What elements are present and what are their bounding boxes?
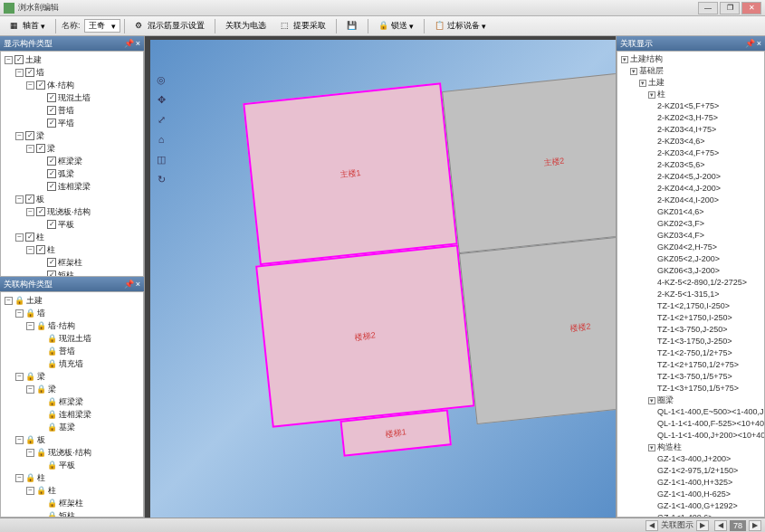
axis-button[interactable]: ▦ 轴首 ▾: [4, 17, 52, 34]
tree-label[interactable]: 墙·结构: [48, 319, 75, 332]
pan-tool[interactable]: ✥: [154, 92, 168, 107]
tree-label[interactable]: 框架柱: [58, 256, 82, 269]
rebar-display-button[interactable]: ⚙ 混示筋显示设置: [129, 17, 211, 34]
tree-twisty[interactable]: −: [5, 56, 13, 64]
status-page-next[interactable]: ▶: [749, 520, 761, 531]
display-tree[interactable]: −土建−墙−体·结构现混土墙普墙平墙−梁−梁框梁梁弧梁连相梁梁−板−现浇板·结构…: [1, 52, 143, 277]
tree-label[interactable]: 柱: [47, 243, 55, 256]
associate-select-button[interactable]: 关联为电选: [219, 17, 273, 34]
list-item-label[interactable]: QL-1-1<1-400,J+200><10+400,J+200>: [657, 431, 765, 440]
tree-label[interactable]: 墙: [36, 66, 44, 79]
tree-checkbox[interactable]: [47, 169, 56, 178]
tree-checkbox[interactable]: [36, 144, 45, 153]
tree-label[interactable]: 框梁梁: [59, 395, 83, 408]
tree-label[interactable]: 连相梁梁: [59, 408, 91, 421]
list-item-label[interactable]: TZ-1<2,1750,I-250>: [657, 301, 730, 310]
tree-label[interactable]: 梁: [48, 383, 56, 395]
tree-twisty[interactable]: ▾: [648, 444, 655, 451]
tree-twisty[interactable]: −: [15, 69, 24, 77]
list-item-label[interactable]: 2-KZ03<4,I+75>: [657, 125, 716, 134]
list-item-label[interactable]: GKZ05<2,J-200>: [657, 254, 720, 263]
tree-label[interactable]: 土建: [25, 53, 42, 66]
list-item-label[interactable]: 圈梁: [657, 395, 674, 404]
tree-checkbox[interactable]: [25, 131, 34, 140]
slab-main1[interactable]: 主楼1: [243, 82, 458, 265]
tree-checkbox[interactable]: [47, 182, 56, 191]
tree-label[interactable]: 梁: [37, 370, 45, 383]
pin-icon[interactable]: 📌: [124, 39, 134, 48]
tree-label[interactable]: 墙: [37, 307, 45, 319]
tree-twisty[interactable]: −: [26, 385, 34, 394]
tree-label[interactable]: 梁: [47, 142, 55, 155]
tree-checkbox[interactable]: [47, 93, 56, 102]
list-item-label[interactable]: 2-KZ03<4,F+75>: [657, 148, 719, 157]
list-item-label[interactable]: GZ-1<1-400,H+325>: [657, 478, 732, 487]
tree-twisty[interactable]: −: [26, 81, 34, 90]
tree-checkbox[interactable]: [36, 245, 45, 254]
tree-label[interactable]: 框梁梁: [58, 155, 82, 167]
list-item-label[interactable]: GZ-1<1-400,G+1292>: [657, 501, 738, 510]
tree-label[interactable]: 板: [36, 193, 44, 205]
minimize-button[interactable]: —: [698, 2, 718, 14]
tree-twisty[interactable]: ▾: [621, 56, 628, 63]
panel-close-icon[interactable]: ×: [136, 280, 140, 289]
tree-label[interactable]: 矩柱: [59, 509, 75, 518]
tree-checkbox[interactable]: [47, 271, 56, 277]
tree-checkbox[interactable]: [36, 81, 45, 90]
tree-label[interactable]: 普墙: [59, 345, 75, 357]
tree-label[interactable]: 板: [37, 433, 45, 446]
tree-twisty[interactable]: −: [26, 145, 34, 153]
slab-main2[interactable]: 主楼2: [442, 70, 616, 253]
slab-stair2b[interactable]: 楼楼2: [459, 230, 616, 424]
orbit-tool[interactable]: ◎: [154, 72, 168, 87]
tree-label[interactable]: 梁: [36, 129, 44, 142]
list-item-label[interactable]: GKZ01<4,6>: [657, 207, 704, 216]
tree-label[interactable]: 柱: [37, 471, 45, 484]
fit-tool[interactable]: ⌂: [154, 132, 168, 147]
tree-twisty[interactable]: −: [15, 132, 24, 140]
list-item-label[interactable]: QL-1<1-400,E~500><1-400,J+100>: [657, 407, 765, 416]
associate-tree[interactable]: −🔒土建−🔒墙−🔒墙·结构🔒现混土墙🔒普墙🔒填充墙−🔒梁−🔒梁🔒框梁梁🔒连相梁梁…: [1, 292, 143, 518]
tree-twisty[interactable]: −: [26, 487, 34, 495]
list-item-label[interactable]: TZ-1<2-750,1/2+75>: [657, 348, 732, 357]
tree-checkbox[interactable]: [47, 119, 56, 128]
maximize-button[interactable]: ❐: [720, 2, 740, 14]
tree-twisty[interactable]: ▾: [648, 91, 655, 99]
list-item-label[interactable]: GZ-1<1-400,H-625>: [657, 489, 731, 499]
tree-label[interactable]: 土建: [26, 294, 43, 307]
list-item-label[interactable]: GZ-1<2-975,1/2+150>: [657, 466, 738, 475]
status-prev-button[interactable]: ◀: [645, 520, 658, 531]
name-select[interactable]: 王奇 ▾: [84, 19, 120, 33]
list-item-label[interactable]: TZ-1<3+1750,1/5+75>: [657, 384, 739, 393]
close-button[interactable]: ✕: [741, 2, 761, 14]
tree-label[interactable]: 框架柱: [59, 497, 83, 509]
list-item-label[interactable]: TZ-1<2+1750,I-250>: [657, 313, 732, 322]
list-item-label[interactable]: 2-KZ02<3,H-75>: [657, 113, 718, 122]
list-item-label[interactable]: TZ-1<3-750,J-250>: [657, 325, 728, 334]
list-item-label[interactable]: 2-KZ03<4,6>: [657, 137, 705, 146]
tree-label[interactable]: 现浇板·结构: [48, 446, 91, 459]
pickup-button[interactable]: ⬚ 提要采取: [274, 17, 332, 34]
tree-label[interactable]: 矩柱: [58, 269, 74, 277]
refresh-tool[interactable]: ↻: [154, 172, 168, 186]
list-item-label[interactable]: TZ-1<3-1750,J-250>: [657, 337, 732, 346]
list-item-label[interactable]: 4-KZ-5<2-890,1/2-2725>: [657, 278, 747, 287]
list-item-label[interactable]: 2-KZ-5<1-315,1>: [657, 290, 720, 299]
tree-label[interactable]: 弧梁: [58, 167, 74, 180]
list-item-label[interactable]: 2-KZ04<5,J-200>: [657, 172, 721, 181]
tree-label[interactable]: 连相梁梁: [58, 180, 91, 193]
tree-label[interactable]: 体·结构: [47, 79, 74, 91]
tree-twisty[interactable]: −: [26, 322, 34, 330]
tree-checkbox[interactable]: [14, 55, 24, 64]
tree-label[interactable]: 现混土墙: [59, 332, 91, 345]
panel-close-icon[interactable]: ×: [136, 39, 140, 48]
list-item-label[interactable]: 构造柱: [657, 442, 682, 451]
list-item-label[interactable]: 2-KZ04<4,I-200>: [657, 195, 719, 204]
filter-button[interactable]: 📋 过标说备 ▾: [428, 17, 492, 34]
viewport-3d[interactable]: ◎ ✥ ⤢ ⌂ ◫ ↻ ▸ ▭ ✎ 🔍 ◨ 主楼1 主楼2 楼梯2 楼楼2 楼梯…: [145, 36, 616, 518]
tree-twisty[interactable]: ▾: [639, 80, 646, 87]
tree-twisty[interactable]: −: [15, 233, 24, 242]
list-item-label[interactable]: GKZ02<3,F>: [657, 219, 704, 228]
list-item-label[interactable]: GKZ06<3,J-200>: [657, 266, 720, 275]
lock-button[interactable]: 🔒 锁送 ▾: [372, 17, 420, 34]
